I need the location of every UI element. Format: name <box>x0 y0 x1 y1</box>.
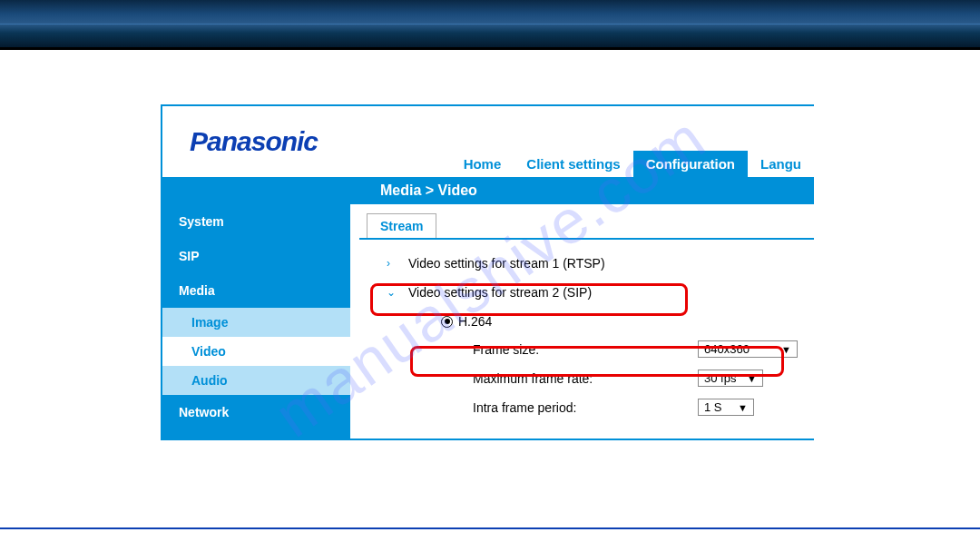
chevron-down-icon: ⌄ <box>387 286 399 299</box>
nav-configuration[interactable]: Configuration <box>633 151 748 177</box>
sidebar-item-system[interactable]: System <box>162 204 350 239</box>
intra-frame-value: 1 S <box>704 400 722 414</box>
frame-size-row: Frame size: 640x360 ▼ <box>473 340 798 358</box>
max-frame-rate-label: Maximum frame rate: <box>473 371 698 386</box>
max-frame-rate-row: Maximum frame rate: 30 fps ▼ <box>473 370 798 387</box>
main-panel: Stream › Video settings for stream 1 (RT… <box>350 204 814 439</box>
chevron-right-icon: › <box>387 257 399 270</box>
intra-frame-select[interactable]: 1 S ▼ <box>698 399 754 416</box>
nav-home[interactable]: Home <box>451 151 514 177</box>
top-nav: Home Client settings Configuration Langu <box>451 148 814 177</box>
frame-size-label: Frame size: <box>473 342 698 357</box>
tab-bar: Stream <box>359 213 814 240</box>
radio-selected-icon <box>441 316 453 328</box>
frame-size-select[interactable]: 640x360 ▼ <box>698 340 798 358</box>
stream-2-toggle[interactable]: ⌄ Video settings for stream 2 (SIP) <box>387 285 798 300</box>
tab-stream[interactable]: Stream <box>367 213 436 238</box>
sidebar-item-media[interactable]: Media <box>162 273 350 308</box>
sidebar-subitem-audio[interactable]: Audio <box>162 366 350 395</box>
app-window: Panasonic Home Client settings Configura… <box>161 104 814 440</box>
sidebar-subitem-image[interactable]: Image <box>162 308 350 337</box>
max-frame-rate-select[interactable]: 30 fps ▼ <box>698 370 763 387</box>
sidebar: System SIP Media Image Video Audio Netwo… <box>162 204 350 439</box>
breadcrumb-text: Media > Video <box>380 182 477 199</box>
sidebar-item-network[interactable]: Network <box>162 395 350 429</box>
top-banner <box>0 0 980 50</box>
chevron-down-icon: ▼ <box>747 373 757 384</box>
nav-language[interactable]: Langu <box>748 151 814 177</box>
intra-frame-row: Intra frame period: 1 S ▼ <box>473 399 798 416</box>
frame-size-value: 640x360 <box>704 342 750 356</box>
max-frame-rate-value: 30 fps <box>704 371 736 385</box>
brand-logo: Panasonic <box>190 126 318 157</box>
stream-2-label: Video settings for stream 2 (SIP) <box>408 285 592 300</box>
sidebar-subitem-video[interactable]: Video <box>162 337 350 366</box>
nav-client-settings[interactable]: Client settings <box>514 151 632 177</box>
chevron-down-icon: ▼ <box>781 344 791 355</box>
stream-1-label: Video settings for stream 1 (RTSP) <box>408 256 605 271</box>
stream-1-toggle[interactable]: › Video settings for stream 1 (RTSP) <box>387 256 798 271</box>
bottom-divider <box>0 527 980 529</box>
codec-h264-label: H.264 <box>458 314 492 329</box>
intra-frame-label: Intra frame period: <box>473 400 698 415</box>
chevron-down-icon: ▼ <box>738 402 748 413</box>
settings-body: › Video settings for stream 1 (RTSP) ⌄ V… <box>359 240 814 416</box>
sidebar-item-sip[interactable]: SIP <box>162 239 350 273</box>
header: Panasonic Home Client settings Configura… <box>162 106 814 177</box>
codec-h264-row[interactable]: H.264 <box>441 314 798 329</box>
content-area: System SIP Media Image Video Audio Netwo… <box>162 204 814 439</box>
breadcrumb: Media > Video <box>162 177 814 204</box>
